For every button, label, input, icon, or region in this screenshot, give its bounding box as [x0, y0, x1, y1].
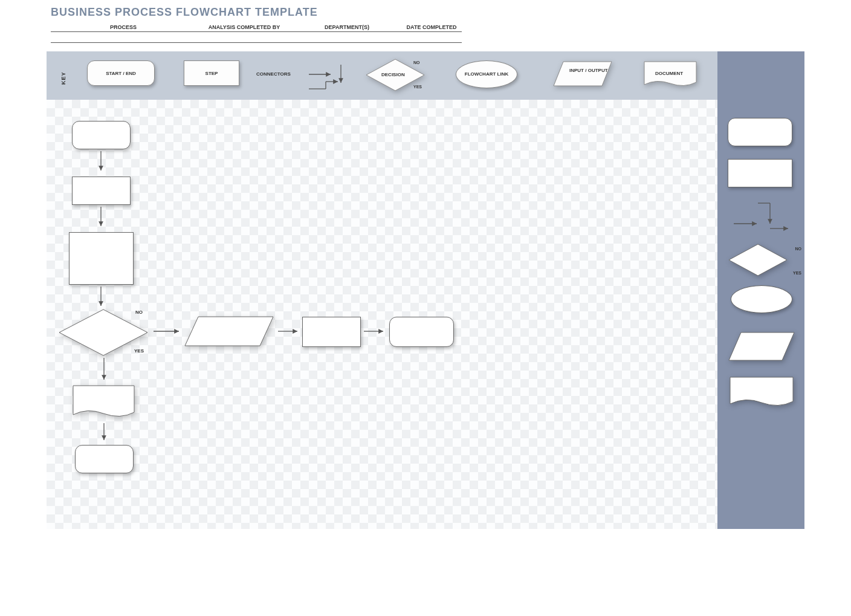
arrow-right-icon	[363, 326, 387, 336]
palette-shape-parallelogram[interactable]	[728, 331, 795, 361]
svg-marker-12	[185, 317, 273, 346]
arrow-down-icon	[96, 150, 106, 174]
key-shape-label: DECISION	[381, 72, 405, 77]
arrow-down-icon	[96, 206, 106, 230]
header-line	[293, 31, 401, 32]
palette-decision-yes: YES	[793, 271, 801, 275]
header-label-date: DATE COMPLETED	[401, 24, 462, 30]
header-label-analysis: ANALYSIS COMPLETED BY	[196, 24, 293, 30]
key-shape-input-output[interactable]	[552, 60, 613, 87]
palette-shape-decision[interactable]	[728, 243, 794, 277]
key-shape-label: DOCUMENT	[655, 71, 683, 76]
key-shape-label: STEP	[184, 61, 239, 85]
header-label-departments: DEPARTMENT(S)	[293, 24, 401, 30]
key-shape-label: START / END	[88, 61, 154, 85]
svg-marker-6	[554, 62, 612, 86]
key-shape-label: FLOWCHART LINK	[456, 61, 517, 88]
key-shape-step[interactable]: STEP	[184, 60, 239, 86]
key-shape-start-end[interactable]: START / END	[87, 60, 155, 86]
header-line	[196, 42, 293, 43]
palette-shape-ellipse[interactable]	[731, 285, 792, 313]
arrow-right-icon	[152, 326, 183, 336]
arrow-right-icon	[277, 326, 301, 336]
svg-marker-21	[729, 244, 787, 276]
palette-connectors-icon[interactable]	[728, 199, 794, 236]
canvas-shape-io[interactable]	[184, 316, 274, 347]
arrow-down-icon	[99, 357, 109, 383]
header-line	[401, 42, 462, 43]
palette-shape-rect[interactable]	[728, 159, 792, 187]
key-decision-no: NO	[413, 60, 420, 65]
header-label-process: PROCESS	[51, 24, 196, 30]
key-label-connectors: CONNECTORS	[256, 71, 291, 77]
canvas-shape-document[interactable]	[72, 384, 135, 421]
canvas-decision-no: NO	[135, 310, 143, 315]
svg-marker-22	[729, 332, 794, 360]
canvas-shape-terminator[interactable]	[389, 317, 454, 347]
key-label: KEY	[60, 71, 66, 85]
header-line	[293, 42, 401, 43]
palette-heading-line: COPY AND PASTE	[732, 13, 790, 21]
key-shape-flowchart-link[interactable]: FLOWCHART LINK	[456, 60, 517, 88]
palette-shape-document[interactable]	[729, 376, 794, 410]
canvas-shape-step[interactable]	[72, 177, 131, 205]
palette-heading-line: BLANK ICONS	[738, 22, 784, 29]
header-line	[51, 31, 196, 32]
canvas-decision-yes: YES	[134, 348, 144, 354]
arrow-down-icon	[96, 285, 106, 310]
header-line	[196, 31, 293, 32]
header-line	[401, 31, 462, 32]
canvas-shape-end[interactable]	[75, 445, 134, 473]
page-title: BUSINESS PROCESS FLOWCHART TEMPLATE	[51, 6, 318, 19]
canvas-shape-process[interactable]	[69, 232, 134, 285]
palette-decision-no: NO	[795, 247, 802, 251]
canvas-shape-start[interactable]	[72, 121, 131, 149]
palette-shape-rounded[interactable]	[728, 118, 792, 146]
palette-heading: COPY AND PASTE BLANK ICONS BELOW	[717, 13, 804, 38]
canvas-shape-step[interactable]	[302, 317, 361, 347]
arrow-down-icon	[99, 422, 109, 444]
key-decision-yes: YES	[413, 85, 422, 89]
key-shape-label: INPUT / OUTPUT	[569, 68, 608, 74]
header-line	[51, 42, 196, 43]
key-connectors-icon[interactable]	[302, 57, 350, 94]
palette-heading-line: BELOW	[749, 30, 774, 37]
